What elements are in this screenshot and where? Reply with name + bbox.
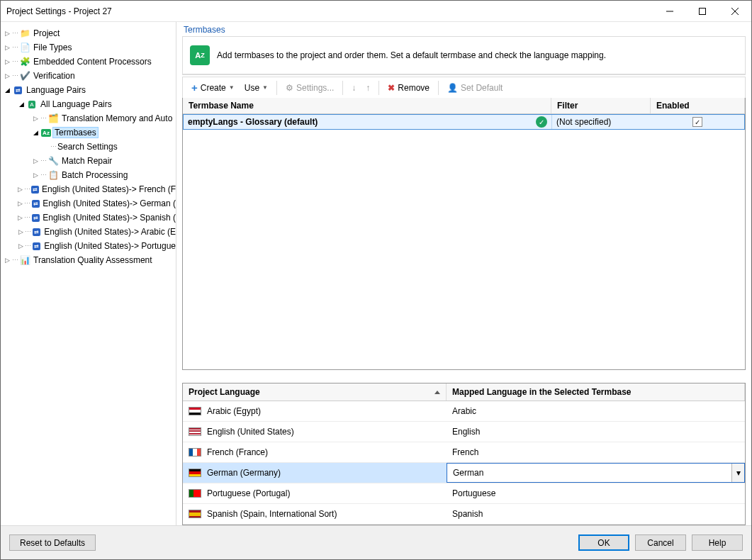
- termbase-row[interactable]: ✓ (Not specified) ✓: [183, 114, 745, 130]
- lang-mapped-cell[interactable]: Arabic: [447, 401, 745, 421]
- lang-project-cell[interactable]: English (United States): [183, 422, 447, 442]
- tqa-icon: 📊: [19, 254, 30, 266]
- lang-row[interactable]: Spanish (Spain, International Sort)Spani…: [183, 504, 745, 525]
- termbase-grid[interactable]: Termbase Name Filter Enabled ✓ (Not spec…: [182, 98, 746, 370]
- settings-tree[interactable]: ▷⋯📁Project ▷⋯📄File Types ▷⋯🧩Embedded Con…: [1, 22, 176, 525]
- tree-item-embedded[interactable]: ▷⋯🧩Embedded Content Processors: [1, 55, 176, 69]
- minimize-button[interactable]: [653, 1, 686, 22]
- tree-item-en-de[interactable]: ▷⋯⇄English (United States)-> German (: [1, 196, 176, 211]
- tree-item-tm-auto[interactable]: ▷⋯🗂️Translation Memory and Auto: [1, 111, 176, 125]
- flag-icon: [189, 448, 201, 457]
- language-grid-header: Project Language Mapped Language in the …: [183, 383, 745, 401]
- lang-project-cell[interactable]: French (France): [183, 442, 447, 462]
- termbase-grid-header: Termbase Name Filter Enabled: [183, 98, 745, 114]
- lang-project-cell[interactable]: Arabic (Egypt): [183, 401, 447, 421]
- grid-header-enabled[interactable]: Enabled: [651, 98, 745, 113]
- flag-icon: [189, 407, 201, 415]
- tree-item-language-pairs[interactable]: ◢⇄Language Pairs: [1, 83, 176, 97]
- grid-header-filter[interactable]: Filter: [551, 98, 651, 113]
- batch-icon: 📋: [47, 169, 59, 181]
- lang-mapped-label: Spanish: [452, 509, 483, 519]
- content-pane: Termbases AZ Add termbases to the projec…: [176, 22, 751, 525]
- panel-title: Termbases: [182, 25, 746, 35]
- lang-mapped-label: French: [452, 447, 478, 457]
- termbase-icon: Az: [40, 127, 52, 138]
- termbase-name-input[interactable]: [188, 117, 536, 127]
- pair-icon: ⇄: [31, 212, 40, 223]
- arrow-down-icon: ↓: [352, 83, 356, 93]
- tree-item-verification[interactable]: ▷⋯✔️Verification: [1, 69, 176, 83]
- settings-button[interactable]: ⚙Settings...: [281, 82, 338, 94]
- tree-item-all-pairs[interactable]: ◢AAll Language Pairs: [1, 97, 176, 111]
- tree-item-en-fr[interactable]: ▷⋯⇄English (United States)-> French (F: [1, 182, 176, 196]
- lang-row[interactable]: Arabic (Egypt)Arabic: [183, 401, 745, 422]
- lang-name-label: English (United States): [207, 427, 294, 437]
- lang-project-cell[interactable]: German (Germany): [183, 463, 447, 483]
- panel-intro-text: Add termbases to the project and order t…: [217, 50, 606, 60]
- tree-item-match-repair[interactable]: ▷⋯🔧Match Repair: [1, 154, 176, 168]
- pair-icon: ⇄: [31, 184, 39, 195]
- check-icon: ✓: [536, 116, 547, 128]
- lang-name-label: Arabic (Egypt): [207, 406, 261, 416]
- lang-row[interactable]: Portuguese (Portugal)Portuguese: [183, 483, 745, 504]
- close-button[interactable]: [719, 1, 751, 22]
- move-up-button[interactable]: ↑: [361, 82, 374, 94]
- pair-icon: ⇄: [31, 198, 40, 209]
- language-mapping-grid[interactable]: Project Language Mapped Language in the …: [182, 383, 746, 525]
- lang-mapped-label: Portuguese: [452, 488, 495, 498]
- lang-mapped-label: German: [453, 468, 483, 478]
- lang-row[interactable]: French (France)French: [183, 442, 745, 463]
- tree-item-en-pt[interactable]: ▷⋯⇄English (United States)-> Portugue: [1, 239, 176, 253]
- termbase-filter-cell[interactable]: (Not specified): [552, 115, 651, 129]
- use-button[interactable]: Use▼: [240, 82, 272, 94]
- lang-name-label: Portuguese (Portugal): [207, 488, 290, 498]
- lang-header-project[interactable]: Project Language: [183, 383, 447, 401]
- enabled-checkbox[interactable]: ✓: [692, 117, 702, 127]
- lang-row[interactable]: English (United States)English: [183, 422, 745, 442]
- remove-icon: ✖: [388, 83, 395, 93]
- tree-item-search-settings[interactable]: ⋯Search Settings: [1, 140, 176, 154]
- lang-project-cell[interactable]: Spanish (Spain, International Sort): [183, 504, 447, 524]
- termbase-toolbar: +Create▼ Use▼ ⚙Settings... ↓ ↑ ✖Remove 👤…: [182, 77, 746, 98]
- tree-item-project[interactable]: ▷⋯📁Project: [1, 26, 176, 40]
- move-down-button[interactable]: ↓: [347, 82, 360, 94]
- tree-item-file-types[interactable]: ▷⋯📄File Types: [1, 40, 176, 55]
- dialog-button-bar: Reset to Defaults OK Cancel Help: [1, 525, 751, 559]
- lang-mapped-cell[interactable]: German▾: [447, 463, 745, 483]
- grid-header-name[interactable]: Termbase Name: [183, 98, 551, 113]
- svg-rect-1: [700, 8, 706, 14]
- sort-asc-icon: [434, 391, 440, 394]
- lang-pairs-icon: ⇄: [12, 84, 23, 96]
- lang-mapped-cell[interactable]: French: [447, 442, 745, 462]
- reset-defaults-button[interactable]: Reset to Defaults: [9, 534, 96, 551]
- lang-mapped-cell[interactable]: Portuguese: [447, 483, 745, 503]
- lang-name-label: Spanish (Spain, International Sort): [207, 509, 337, 519]
- tree-item-tqa[interactable]: ▷⋯📊Translation Quality Assessment: [1, 253, 176, 267]
- tree-item-en-es[interactable]: ▷⋯⇄English (United States)-> Spanish (: [1, 211, 176, 225]
- pair-icon: ⇄: [32, 226, 41, 237]
- tree-item-en-ar[interactable]: ▷⋯⇄English (United States)-> Arabic (E: [1, 225, 176, 239]
- tm-icon: 🗂️: [47, 113, 59, 124]
- help-button[interactable]: Help: [692, 534, 743, 551]
- remove-button[interactable]: ✖Remove: [383, 82, 434, 94]
- lang-row[interactable]: German (Germany)German▾: [183, 463, 745, 483]
- lang-mapped-cell[interactable]: English: [447, 422, 745, 442]
- default-icon: 👤: [447, 83, 458, 93]
- maximize-button[interactable]: [686, 1, 719, 22]
- termbase-enabled-cell[interactable]: ✓: [651, 115, 744, 129]
- arrow-up-icon: ↑: [366, 83, 370, 93]
- dropdown-arrow-icon[interactable]: ▾: [731, 464, 744, 482]
- tree-item-termbases[interactable]: ◢AzTermbases: [1, 125, 176, 140]
- pair-icon: ⇄: [32, 240, 41, 252]
- create-button[interactable]: +Create▼: [187, 80, 239, 95]
- lang-mapped-label: English: [452, 427, 480, 437]
- tree-item-batch-processing[interactable]: ▷⋯📋Batch Processing: [1, 168, 176, 182]
- lang-header-mapped[interactable]: Mapped Language in the Selected Termbase: [447, 383, 745, 401]
- lang-mapped-cell[interactable]: Spanish: [447, 504, 745, 524]
- set-default-button[interactable]: 👤Set Default: [443, 82, 507, 94]
- ok-button[interactable]: OK: [578, 534, 629, 551]
- cancel-button[interactable]: Cancel: [635, 534, 686, 551]
- lang-project-cell[interactable]: Portuguese (Portugal): [183, 483, 447, 503]
- flag-icon: [189, 469, 201, 477]
- embedded-icon: 🧩: [19, 56, 30, 67]
